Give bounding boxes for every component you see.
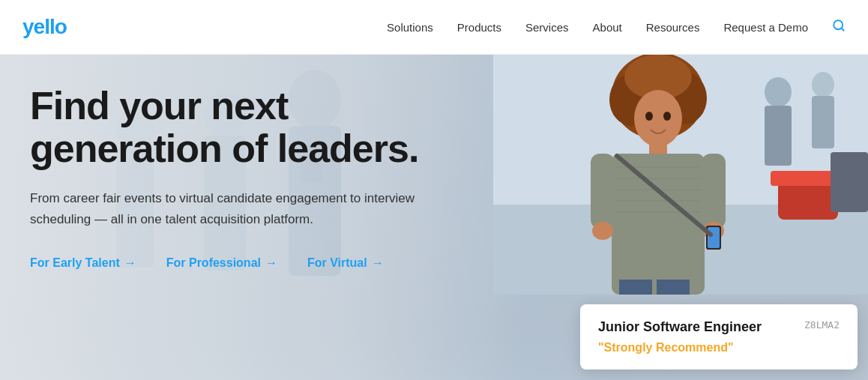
info-card-code: Z8LMA2	[804, 319, 840, 331]
arrow-icon: →	[372, 256, 384, 270]
svg-rect-20	[831, 152, 868, 212]
arrow-icon: →	[265, 256, 277, 270]
svg-point-25	[634, 90, 682, 147]
svg-rect-27	[612, 154, 705, 295]
hero-subtitle: From career fair events to virtual candi…	[30, 188, 450, 229]
nav-item-resources[interactable]: Resources	[646, 21, 700, 34]
info-card: Junior Software Engineer Z8LMA2 "Strongl…	[580, 304, 858, 370]
hero-photo	[493, 55, 868, 295]
svg-rect-15	[765, 106, 792, 166]
logo[interactable]: yello	[22, 15, 67, 39]
nav-item-products[interactable]: Products	[457, 21, 501, 34]
nav-item-about[interactable]: About	[593, 21, 622, 34]
svg-rect-17	[812, 96, 834, 148]
svg-rect-43	[657, 280, 690, 295]
nav: Solutions Products Services About Resour…	[387, 19, 846, 36]
hero-links: For Early Talent → For Professional → Fo…	[30, 256, 457, 270]
svg-line-1	[841, 28, 843, 30]
nav-item-services[interactable]: Services	[525, 21, 569, 34]
link-professional[interactable]: For Professional →	[166, 256, 277, 270]
svg-point-35	[592, 222, 613, 240]
arrow-icon: →	[124, 256, 136, 270]
link-virtual[interactable]: For Virtual →	[307, 256, 384, 270]
info-card-header: Junior Software Engineer Z8LMA2	[598, 319, 840, 335]
svg-point-16	[812, 72, 834, 97]
svg-rect-33	[591, 154, 615, 229]
svg-point-40	[645, 112, 653, 121]
hero-right: Junior Software Engineer Z8LMA2 "Strongl…	[493, 55, 868, 380]
search-icon[interactable]	[832, 19, 846, 36]
hero-title: Find your next generation of leaders.	[30, 85, 457, 170]
info-card-title: Junior Software Engineer	[598, 319, 762, 335]
svg-rect-42	[619, 280, 652, 295]
info-card-badge: "Strongly Recommend"	[598, 341, 840, 355]
nav-request-demo[interactable]: Request a Demo	[723, 21, 808, 34]
svg-rect-34	[702, 154, 726, 229]
hero-content: Find your next generation of leaders. Fr…	[0, 55, 487, 380]
nav-item-solutions[interactable]: Solutions	[387, 21, 433, 34]
hero-section: Find your next generation of leaders. Fr…	[0, 55, 868, 380]
header: yello Solutions Products Services About …	[0, 0, 868, 55]
svg-point-41	[663, 112, 671, 121]
svg-point-14	[765, 77, 792, 107]
svg-rect-38	[708, 227, 720, 248]
link-early-talent[interactable]: For Early Talent →	[30, 256, 136, 270]
